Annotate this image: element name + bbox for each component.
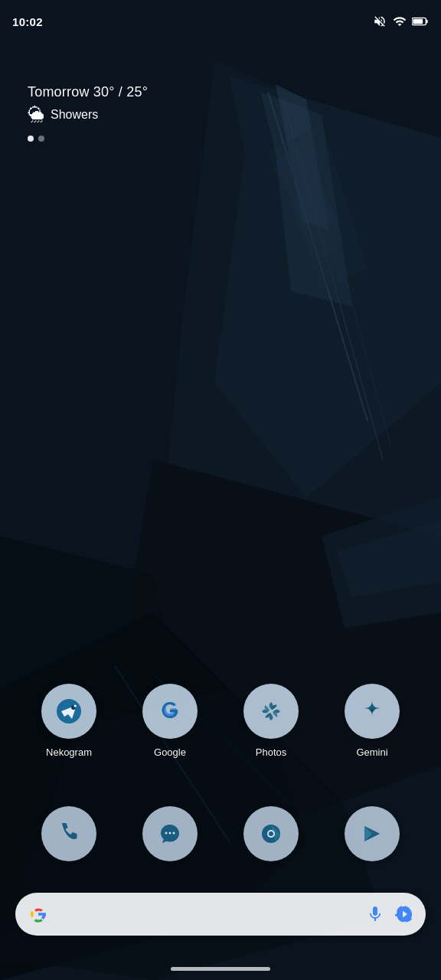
weather-condition-row: 🌦 Showers bbox=[28, 105, 148, 125]
gemini-icon bbox=[358, 697, 386, 725]
svg-point-23 bbox=[74, 705, 77, 707]
home-indicator[interactable] bbox=[171, 967, 270, 971]
dock-phone[interactable] bbox=[41, 806, 96, 861]
nekogram-icon-bg bbox=[41, 684, 96, 739]
dock-row bbox=[0, 806, 441, 861]
google-search-logo bbox=[28, 903, 49, 925]
app-photos[interactable]: Photos bbox=[233, 684, 309, 758]
svg-point-34 bbox=[269, 831, 273, 836]
svg-point-29 bbox=[169, 832, 172, 835]
svg-point-28 bbox=[165, 832, 168, 835]
page-dot-2[interactable] bbox=[38, 136, 44, 142]
status-time: 10:02 bbox=[12, 15, 43, 28]
phone-icon bbox=[55, 820, 83, 848]
playstore-icon bbox=[358, 820, 386, 848]
weather-forecast: Tomorrow 30° / 25° bbox=[28, 84, 148, 100]
status-icons bbox=[372, 15, 429, 28]
page-dot-1[interactable] bbox=[28, 136, 34, 142]
dock-playstore[interactable] bbox=[345, 806, 400, 861]
weather-condition-icon: 🌦 bbox=[28, 105, 44, 125]
mute-icon bbox=[372, 15, 387, 28]
photos-icon bbox=[257, 697, 285, 725]
app-nekogram[interactable]: Nekogram bbox=[31, 684, 107, 758]
wifi-icon bbox=[392, 15, 407, 28]
weather-condition-text: Showers bbox=[51, 108, 98, 122]
page-indicators bbox=[28, 136, 148, 142]
google-icon-bg: G bbox=[142, 684, 198, 739]
svg-point-30 bbox=[173, 832, 175, 835]
svg-rect-19 bbox=[426, 20, 428, 24]
nekogram-label: Nekogram bbox=[46, 746, 92, 758]
svg-rect-20 bbox=[413, 19, 423, 24]
gemini-label: Gemini bbox=[356, 746, 387, 758]
nekogram-icon bbox=[55, 697, 83, 725]
status-bar: 10:02 bbox=[0, 0, 441, 37]
app-gemini[interactable]: Gemini bbox=[334, 684, 410, 758]
lens-icon[interactable] bbox=[395, 905, 413, 923]
battery-icon bbox=[412, 15, 429, 28]
chrome-icon bbox=[257, 820, 285, 848]
photos-label: Photos bbox=[256, 746, 286, 758]
search-action-icons bbox=[366, 905, 413, 923]
microphone-icon[interactable] bbox=[366, 905, 384, 923]
dock-messages[interactable] bbox=[142, 806, 198, 861]
app-row-1: Nekogram G Google bbox=[0, 684, 441, 758]
google-icon: G bbox=[156, 697, 184, 725]
messages-icon bbox=[156, 820, 184, 848]
photos-icon-bg bbox=[243, 684, 299, 739]
gemini-icon-bg bbox=[345, 684, 400, 739]
app-google[interactable]: G Google bbox=[132, 684, 208, 758]
google-label: Google bbox=[154, 746, 186, 758]
weather-widget[interactable]: Tomorrow 30° / 25° 🌦 Showers bbox=[28, 84, 148, 142]
search-bar[interactable] bbox=[15, 893, 426, 936]
dock-chrome[interactable] bbox=[243, 806, 299, 861]
